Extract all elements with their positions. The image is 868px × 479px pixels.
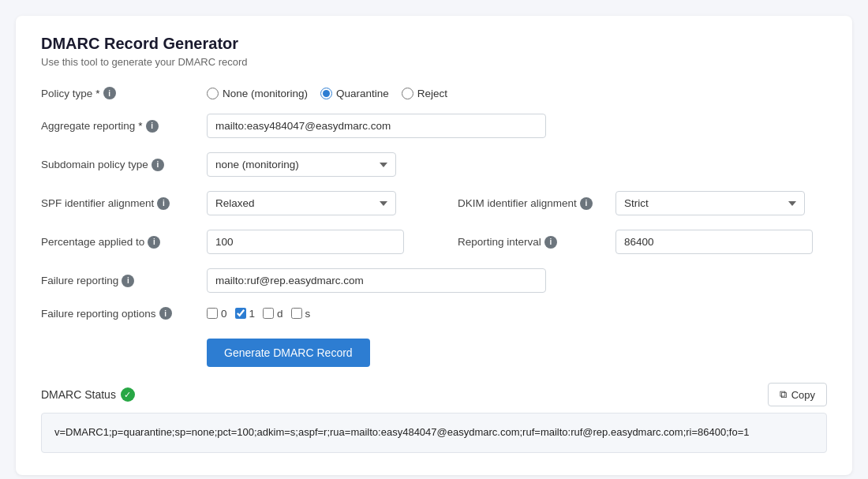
failure-options-checkboxes: 0 1 d s: [207, 308, 310, 320]
aggregate-reporting-info-icon[interactable]: i: [146, 120, 159, 133]
failure-options-label-col: Failure reporting options i: [41, 307, 207, 320]
policy-type-info-icon[interactable]: i: [103, 87, 116, 99]
policy-reject-option[interactable]: Reject: [402, 88, 447, 99]
alignment-row: SPF identifier alignment i Relaxed Stric…: [41, 191, 827, 215]
percentage-label-col: Percentage applied to i: [41, 236, 207, 249]
failure-options-row: Failure reporting options i 0 1 d s: [41, 307, 827, 320]
subdomain-policy-row: Subdomain policy type i none (monitoring…: [41, 152, 827, 177]
dkim-alignment-select[interactable]: Relaxed Strict: [615, 191, 805, 215]
copy-button[interactable]: ⧉ Copy: [768, 383, 827, 406]
aggregate-reporting-row: Aggregate reporting * i: [41, 114, 827, 138]
policy-none-radio[interactable]: [207, 88, 219, 99]
dkim-alignment-group: DKIM identifier alignment i Relaxed Stri…: [434, 191, 827, 215]
failure-reporting-label-col: Failure reporting i: [41, 275, 207, 287]
spf-alignment-group: SPF identifier alignment i Relaxed Stric…: [41, 191, 434, 215]
percentage-input[interactable]: [207, 230, 404, 254]
policy-type-label-col: Policy type * i: [41, 87, 207, 99]
policy-type-label: Policy type * i: [41, 87, 197, 99]
option-1-label[interactable]: 1: [235, 308, 256, 320]
generate-button[interactable]: Generate DMARC Record: [207, 339, 370, 367]
copy-icon: ⧉: [780, 388, 787, 401]
policy-quarantine-option[interactable]: Quarantine: [320, 88, 389, 99]
dmarc-output: v=DMARC1;p=quarantine;sp=none;pct=100;ad…: [41, 413, 827, 453]
subdomain-policy-select[interactable]: none (monitoring) quarantine reject: [207, 152, 396, 177]
option-s-checkbox[interactable]: [291, 308, 302, 319]
option-d-checkbox[interactable]: [263, 308, 274, 319]
page-title: DMARC Record Generator: [41, 35, 827, 53]
policy-none-option[interactable]: None (monitoring): [207, 88, 308, 99]
policy-quarantine-radio[interactable]: [320, 88, 332, 99]
failure-reporting-label: Failure reporting i: [41, 275, 197, 287]
option-1-checkbox[interactable]: [235, 308, 246, 319]
spf-alignment-info-icon[interactable]: i: [157, 197, 170, 210]
status-label: DMARC Status ✓: [41, 387, 135, 402]
percentage-info-icon[interactable]: i: [148, 236, 160, 249]
percentage-reporting-row: Percentage applied to i Reporting interv…: [41, 230, 827, 254]
page-subtitle: Use this tool to generate your DMARC rec…: [41, 56, 827, 68]
aggregate-reporting-label: Aggregate reporting * i: [41, 120, 197, 133]
option-0-label[interactable]: 0: [207, 308, 227, 320]
aggregate-reporting-label-col: Aggregate reporting * i: [41, 120, 207, 133]
subdomain-policy-label: Subdomain policy type i: [41, 159, 197, 171]
subdomain-policy-info-icon[interactable]: i: [152, 159, 164, 171]
reporting-interval-group: Reporting interval i: [434, 230, 827, 254]
generate-button-row: Generate DMARC Record: [41, 334, 827, 367]
failure-options-label: Failure reporting options i: [41, 307, 197, 320]
dkim-alignment-info-icon[interactable]: i: [580, 197, 593, 210]
reporting-interval-info-icon[interactable]: i: [544, 236, 557, 249]
spf-alignment-label-col: SPF identifier alignment i: [41, 197, 207, 210]
status-ok-icon: ✓: [121, 387, 135, 402]
option-s-label[interactable]: s: [291, 308, 311, 320]
policy-reject-radio[interactable]: [402, 88, 413, 99]
policy-type-radio-group: None (monitoring) Quarantine Reject: [207, 88, 447, 99]
spf-alignment-label: SPF identifier alignment i: [41, 197, 197, 210]
dkim-alignment-label: DKIM identifier alignment i: [458, 197, 606, 210]
failure-reporting-input[interactable]: [207, 268, 546, 293]
spf-alignment-select[interactable]: Relaxed Strict: [207, 191, 396, 215]
reporting-interval-input[interactable]: [615, 230, 813, 254]
dkim-alignment-label-col: DKIM identifier alignment i: [434, 197, 615, 210]
status-row: DMARC Status ✓ ⧉ Copy: [41, 383, 827, 406]
policy-type-row: Policy type * i None (monitoring) Quaran…: [41, 87, 827, 99]
percentage-group: Percentage applied to i: [41, 230, 434, 254]
reporting-interval-label-col: Reporting interval i: [434, 236, 615, 249]
failure-reporting-row: Failure reporting i: [41, 268, 827, 293]
option-d-label[interactable]: d: [263, 308, 283, 320]
reporting-interval-label: Reporting interval i: [458, 236, 606, 249]
failure-options-info-icon[interactable]: i: [159, 307, 172, 320]
aggregate-reporting-input[interactable]: [207, 114, 546, 138]
percentage-label: Percentage applied to i: [41, 236, 197, 249]
failure-reporting-info-icon[interactable]: i: [122, 275, 134, 287]
main-container: DMARC Record Generator Use this tool to …: [16, 16, 852, 475]
option-0-checkbox[interactable]: [207, 308, 218, 319]
subdomain-policy-label-col: Subdomain policy type i: [41, 159, 207, 171]
